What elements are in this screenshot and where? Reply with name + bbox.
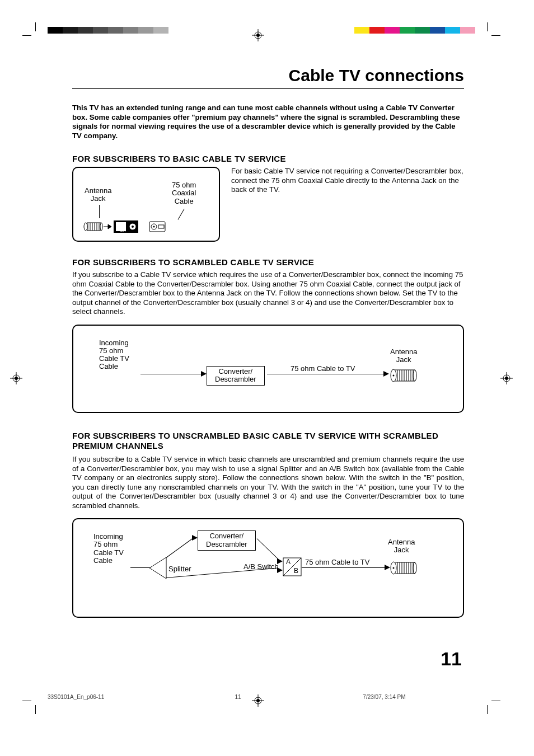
label-coax-cable: 75 ohm Coaxial Cable <box>172 181 196 205</box>
svg-text:ANT: ANT <box>120 229 126 233</box>
registration-mark-icon <box>10 372 22 384</box>
page-number: 11 <box>441 648 462 670</box>
section2-text: If you subscribe to a Cable TV service w… <box>72 270 464 317</box>
footer-page: 11 <box>175 694 302 700</box>
section3-text: If you subscribe to a Cable TV service i… <box>72 455 464 510</box>
converter-box: Converter/ Descrambler <box>207 366 265 386</box>
svg-rect-30 <box>149 222 165 232</box>
crop-mark <box>35 705 36 714</box>
svg-rect-33 <box>158 225 164 228</box>
label-cable-to-tv: 75 ohm Cable to TV <box>305 558 369 566</box>
label-incoming-cable: Incoming 75 ohm Cable TV Cable <box>99 339 129 371</box>
footer-filename: 33S0101A_En_p06-11 <box>48 694 175 700</box>
svg-point-22 <box>84 223 87 231</box>
svg-point-23 <box>100 223 102 231</box>
crop-mark <box>487 705 488 714</box>
arrow-head-icon <box>192 535 198 541</box>
label-a: A <box>286 558 291 566</box>
label-antenna-jack: Antenna Jack <box>388 538 415 555</box>
converter-label: Converter/ Descrambler <box>215 367 256 384</box>
antenna-port-icon: ANT <box>81 219 148 235</box>
label-splitter: Splitter <box>168 565 191 573</box>
label-b: B <box>294 567 298 575</box>
svg-point-36 <box>413 370 416 381</box>
intro-text: This TV has an extended tuning range and… <box>72 104 464 140</box>
registration-mark-icon <box>500 372 513 384</box>
label-antenna-jack: Antenna Jack <box>390 348 417 364</box>
color-bar-cmyk <box>354 27 475 34</box>
crop-mark <box>491 701 500 701</box>
page-title: Cable TV connections <box>72 66 464 85</box>
svg-marker-21 <box>108 224 111 229</box>
section2-heading: FOR SUBSCRIBERS TO SCRAMBLED CABLE TV SE… <box>72 257 464 267</box>
svg-point-32 <box>153 226 155 228</box>
arrow-line <box>166 538 194 558</box>
diagram-splitter: Incoming 75 ohm Cable TV Cable Splitter … <box>72 518 464 618</box>
title-area: Cable TV connections <box>72 66 464 89</box>
label-cable-to-tv: 75 ohm Cable to TV <box>291 365 355 373</box>
arrow-head-icon <box>385 565 390 570</box>
diagram-basic: Antenna Jack 75 ohm Coaxial Cable ANT <box>72 167 220 242</box>
diagram-scrambled: Incoming 75 ohm Cable TV Cable Converter… <box>72 325 464 413</box>
arrow-line <box>140 374 202 374</box>
crop-mark <box>22 35 31 36</box>
crop-mark <box>487 22 488 31</box>
registration-mark-icon <box>252 29 264 41</box>
footer-timestamp: 7/23/07, 3:14 PM <box>301 694 490 700</box>
coax-jack-icon <box>390 368 418 383</box>
arrow-line <box>130 567 151 568</box>
page-content: Cable TV connections This TV has an exte… <box>72 66 464 628</box>
footer: 33S0101A_En_p06-11 11 7/23/07, 3:14 PM <box>48 694 490 700</box>
label-incoming-cable: Incoming 75 ohm Cable TV Cable <box>93 533 124 565</box>
arrow-head-icon <box>201 371 207 377</box>
splitter-icon <box>149 556 167 580</box>
leader-line <box>99 205 100 218</box>
section3-heading: FOR SUBSCRIBERS TO UNSCRAMBLED BASIC CAB… <box>72 431 464 452</box>
arrow-line <box>267 374 385 374</box>
arrow-head-icon <box>383 371 389 377</box>
svg-point-19 <box>132 226 134 228</box>
wall-jack-icon <box>147 220 170 233</box>
arrow-line <box>302 567 386 568</box>
section1-text: For basic Cable TV service not requiring… <box>231 167 464 242</box>
crop-mark <box>35 22 36 31</box>
label-antenna-jack: Antenna Jack <box>85 187 111 203</box>
crop-mark <box>22 701 31 701</box>
color-bar-grayscale <box>48 27 168 34</box>
converter-box: Converter/ Descrambler <box>198 530 256 551</box>
svg-point-49 <box>393 567 395 569</box>
coax-jack-icon <box>390 561 418 575</box>
leader-line <box>178 209 185 220</box>
svg-point-35 <box>393 374 395 376</box>
label-ab-switch: A/B Switch <box>243 563 279 571</box>
converter-label: Converter/ Descrambler <box>206 532 247 548</box>
svg-point-50 <box>413 562 416 574</box>
crop-mark <box>491 35 500 36</box>
section1-heading: FOR SUBSCRIBERS TO BASIC CABLE TV SERVIC… <box>72 154 464 163</box>
svg-marker-45 <box>149 557 166 579</box>
